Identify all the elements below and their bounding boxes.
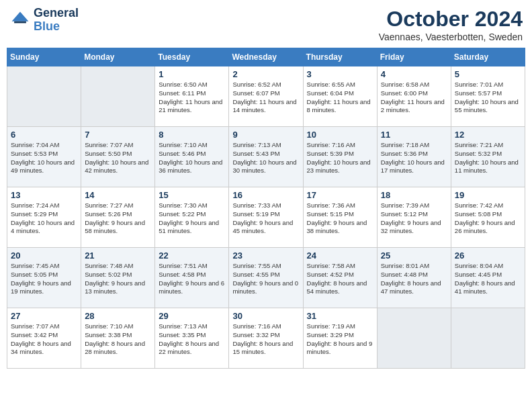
day-number: 30 (232, 311, 299, 321)
day-number: 12 (455, 130, 521, 140)
day-detail: Sunrise: 7:13 AMSunset: 3:35 PMDaylight:… (159, 322, 225, 357)
day-number: 24 (307, 250, 373, 261)
calendar-cell: 4Sunrise: 6:58 AMSunset: 6:00 PMDaylight… (377, 66, 451, 127)
day-number: 18 (381, 190, 447, 200)
day-number: 16 (232, 190, 299, 200)
calendar-cell: 16Sunrise: 7:33 AMSunset: 5:19 PMDayligh… (229, 187, 303, 248)
day-detail: Sunrise: 7:33 AMSunset: 5:19 PMDaylight:… (232, 201, 299, 236)
day-detail: Sunrise: 7:16 AMSunset: 3:32 PMDaylight:… (232, 322, 299, 357)
day-detail: Sunrise: 7:19 AMSunset: 3:29 PMDaylight:… (307, 322, 373, 357)
calendar-cell: 28Sunrise: 7:10 AMSunset: 3:38 PMDayligh… (81, 308, 155, 369)
weekday-header-wednesday: Wednesday (229, 48, 303, 66)
day-detail: Sunrise: 7:42 AMSunset: 5:08 PMDaylight:… (455, 201, 521, 236)
day-number: 5 (455, 69, 521, 79)
day-detail: Sunrise: 6:58 AMSunset: 6:00 PMDaylight:… (381, 81, 447, 115)
day-number: 29 (159, 311, 225, 321)
calendar-cell: 14Sunrise: 7:27 AMSunset: 5:26 PMDayligh… (81, 187, 155, 248)
calendar-cell: 13Sunrise: 7:24 AMSunset: 5:29 PMDayligh… (7, 187, 81, 248)
day-detail: Sunrise: 6:50 AMSunset: 6:11 PMDaylight:… (159, 81, 225, 115)
day-detail: Sunrise: 7:07 AMSunset: 5:50 PMDaylight:… (85, 141, 151, 175)
calendar-cell: 11Sunrise: 7:18 AMSunset: 5:36 PMDayligh… (377, 127, 451, 187)
calendar-cell: 30Sunrise: 7:16 AMSunset: 3:32 PMDayligh… (229, 308, 303, 369)
day-detail: Sunrise: 7:21 AMSunset: 5:32 PMDaylight:… (455, 141, 521, 175)
weekday-header-tuesday: Tuesday (155, 48, 229, 66)
calendar-cell: 3Sunrise: 6:55 AMSunset: 6:04 PMDaylight… (303, 66, 377, 127)
day-detail: Sunrise: 7:07 AMSunset: 3:42 PMDaylight:… (11, 322, 77, 357)
day-number: 15 (159, 190, 225, 200)
weekday-header-saturday: Saturday (451, 48, 525, 66)
calendar-cell: 22Sunrise: 7:51 AMSunset: 4:58 PMDayligh… (155, 248, 229, 308)
logo-icon (9, 9, 31, 31)
weekday-header-thursday: Thursday (303, 48, 377, 66)
day-number: 20 (11, 250, 77, 261)
day-number: 25 (381, 250, 447, 261)
day-detail: Sunrise: 7:13 AMSunset: 5:43 PMDaylight:… (232, 141, 299, 175)
day-number: 1 (159, 69, 225, 79)
day-detail: Sunrise: 7:10 AMSunset: 3:38 PMDaylight:… (85, 322, 151, 357)
day-number: 19 (455, 190, 521, 200)
calendar-cell (81, 66, 155, 127)
calendar-cell: 25Sunrise: 8:01 AMSunset: 4:48 PMDayligh… (377, 248, 451, 308)
calendar-cell: 12Sunrise: 7:21 AMSunset: 5:32 PMDayligh… (451, 127, 525, 187)
calendar-cell (7, 66, 81, 127)
day-detail: Sunrise: 7:04 AMSunset: 5:53 PMDaylight:… (11, 141, 77, 175)
day-detail: Sunrise: 7:24 AMSunset: 5:29 PMDaylight:… (11, 201, 77, 236)
day-number: 23 (232, 250, 299, 261)
weekday-header-monday: Monday (81, 48, 155, 66)
day-detail: Sunrise: 6:52 AMSunset: 6:07 PMDaylight:… (232, 81, 299, 115)
day-detail: Sunrise: 8:01 AMSunset: 4:48 PMDaylight:… (381, 262, 447, 296)
day-detail: Sunrise: 7:30 AMSunset: 5:22 PMDaylight:… (159, 201, 225, 236)
day-detail: Sunrise: 7:39 AMSunset: 5:12 PMDaylight:… (381, 201, 447, 236)
calendar-cell: 23Sunrise: 7:55 AMSunset: 4:55 PMDayligh… (229, 248, 303, 308)
day-detail: Sunrise: 7:16 AMSunset: 5:39 PMDaylight:… (307, 141, 373, 175)
day-number: 7 (85, 130, 151, 140)
day-number: 28 (85, 311, 151, 321)
svg-marker-0 (12, 11, 29, 21)
day-number: 14 (85, 190, 151, 200)
day-number: 26 (455, 250, 521, 261)
day-number: 27 (11, 311, 77, 321)
calendar-cell: 26Sunrise: 8:04 AMSunset: 4:45 PMDayligh… (451, 248, 525, 308)
day-number: 21 (85, 250, 151, 261)
main-title: October 2024 (379, 7, 523, 32)
day-detail: Sunrise: 7:18 AMSunset: 5:36 PMDaylight:… (381, 141, 447, 175)
calendar-cell (451, 308, 525, 369)
calendar-cell: 21Sunrise: 7:48 AMSunset: 5:02 PMDayligh… (81, 248, 155, 308)
day-detail: Sunrise: 7:55 AMSunset: 4:55 PMDaylight:… (232, 262, 299, 296)
day-detail: Sunrise: 7:48 AMSunset: 5:02 PMDaylight:… (85, 262, 151, 296)
day-detail: Sunrise: 6:55 AMSunset: 6:04 PMDaylight:… (307, 81, 373, 115)
day-detail: Sunrise: 7:58 AMSunset: 4:52 PMDaylight:… (307, 262, 373, 296)
calendar-cell: 2Sunrise: 6:52 AMSunset: 6:07 PMDaylight… (229, 66, 303, 127)
day-number: 9 (232, 130, 299, 140)
calendar-cell: 5Sunrise: 7:01 AMSunset: 5:57 PMDaylight… (451, 66, 525, 127)
calendar-cell: 1Sunrise: 6:50 AMSunset: 6:11 PMDaylight… (155, 66, 229, 127)
day-detail: Sunrise: 8:04 AMSunset: 4:45 PMDaylight:… (455, 262, 521, 296)
day-number: 31 (307, 311, 373, 321)
day-number: 4 (381, 69, 447, 79)
day-number: 22 (159, 250, 225, 261)
calendar-table: SundayMondayTuesdayWednesdayThursdayFrid… (7, 48, 525, 369)
svg-rect-1 (14, 21, 26, 24)
calendar-cell: 7Sunrise: 7:07 AMSunset: 5:50 PMDaylight… (81, 127, 155, 187)
calendar-cell (377, 308, 451, 369)
day-number: 3 (307, 69, 373, 79)
day-detail: Sunrise: 7:27 AMSunset: 5:26 PMDaylight:… (85, 201, 151, 236)
weekday-header-sunday: Sunday (7, 48, 81, 66)
day-detail: Sunrise: 7:01 AMSunset: 5:57 PMDaylight:… (455, 81, 521, 115)
day-number: 11 (381, 130, 447, 140)
day-detail: Sunrise: 7:10 AMSunset: 5:46 PMDaylight:… (159, 141, 225, 175)
calendar-cell: 8Sunrise: 7:10 AMSunset: 5:46 PMDaylight… (155, 127, 229, 187)
weekday-header-friday: Friday (377, 48, 451, 66)
day-detail: Sunrise: 7:36 AMSunset: 5:15 PMDaylight:… (307, 201, 373, 236)
calendar-cell: 9Sunrise: 7:13 AMSunset: 5:43 PMDaylight… (229, 127, 303, 187)
day-number: 8 (159, 130, 225, 140)
day-detail: Sunrise: 7:45 AMSunset: 5:05 PMDaylight:… (11, 262, 77, 296)
title-block: October 2024 Vaennaes, Vaesterbotten, Sw… (379, 7, 523, 42)
day-number: 10 (307, 130, 373, 140)
calendar-cell: 20Sunrise: 7:45 AMSunset: 5:05 PMDayligh… (7, 248, 81, 308)
calendar-cell: 27Sunrise: 7:07 AMSunset: 3:42 PMDayligh… (7, 308, 81, 369)
subtitle: Vaennaes, Vaesterbotten, Sweden (379, 32, 523, 42)
day-number: 17 (307, 190, 373, 200)
page-header: GeneralBlue October 2024 Vaennaes, Vaest… (7, 7, 525, 42)
calendar-cell: 24Sunrise: 7:58 AMSunset: 4:52 PMDayligh… (303, 248, 377, 308)
